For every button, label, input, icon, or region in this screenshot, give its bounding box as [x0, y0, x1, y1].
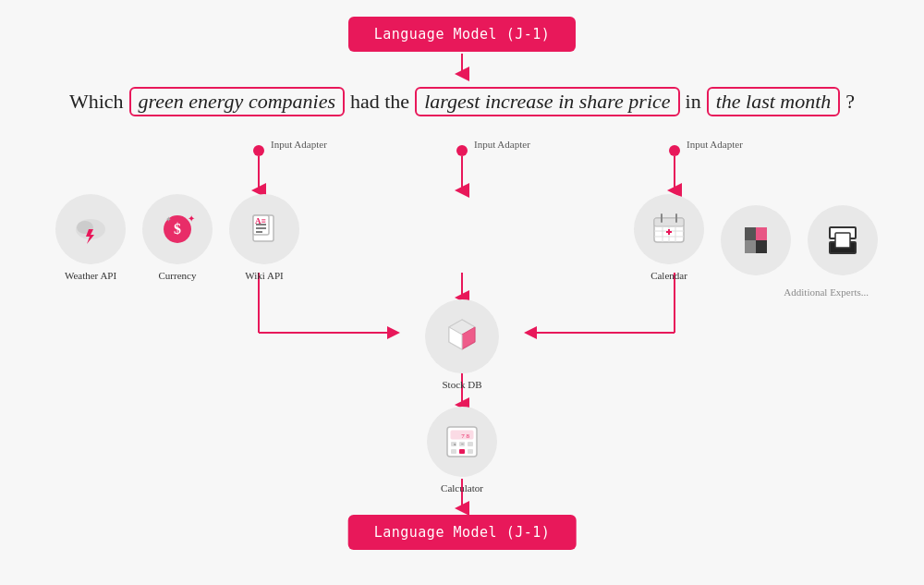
svg-text:$: $	[174, 221, 181, 237]
svg-rect-41	[451, 449, 456, 454]
calendar-group: Calendar	[634, 194, 704, 281]
stock-db-label: Stock DB	[442, 379, 481, 390]
stock-db-icon-group: Stock DB	[425, 299, 499, 390]
svg-text:=: =	[461, 442, 464, 446]
q-highlight3: the last month	[707, 87, 841, 116]
q-part1: Which	[69, 90, 124, 114]
svg-point-8	[669, 145, 680, 156]
wiki-api-icon: A≡	[229, 194, 299, 264]
currency-group: $ ✦ ✦ Currency	[142, 194, 213, 281]
weather-api-group: Weather API	[55, 194, 126, 281]
currency-label: Currency	[159, 270, 197, 281]
right-icon-group: Calendar	[634, 194, 878, 281]
svg-text:Input Adapter: Input Adapter	[474, 139, 530, 150]
q-part2: had the	[350, 90, 409, 114]
svg-text:Input Adapter: Input Adapter	[271, 139, 327, 150]
svg-rect-63	[835, 233, 850, 248]
q-part3: in	[686, 90, 701, 114]
svg-rect-40	[468, 442, 473, 446]
svg-text:Input Adapter: Input Adapter	[687, 139, 743, 150]
svg-rect-42	[459, 449, 465, 454]
calendar-label: Calendar	[650, 270, 687, 281]
wiki-api-group: A≡ Wiki API	[229, 194, 299, 281]
svg-rect-58	[756, 227, 767, 240]
calendar-icon	[634, 194, 704, 264]
q-highlight1: green energy companies	[129, 87, 345, 116]
weather-api-label: Weather API	[65, 270, 116, 281]
expert2-icon	[721, 205, 791, 275]
stock-db-group: Stock DB	[425, 299, 499, 390]
calculator-icon: 7 8 x =	[427, 407, 497, 477]
svg-rect-59	[745, 240, 756, 253]
calculator-icon-group: 7 8 x = Calculator	[427, 407, 497, 494]
svg-text:✦: ✦	[188, 213, 195, 224]
weather-api-icon	[55, 194, 126, 264]
calculator-group: 7 8 x = Calculator	[427, 407, 497, 494]
svg-rect-43	[468, 449, 473, 454]
expert3-group	[808, 205, 878, 281]
svg-rect-57	[745, 227, 756, 240]
svg-rect-47	[654, 218, 684, 226]
additional-experts-label: Additional Experts...	[784, 286, 869, 298]
svg-point-5	[456, 145, 468, 156]
q-part4: ?	[845, 90, 855, 114]
question-row: Which green energy companies had the lar…	[69, 87, 855, 116]
svg-text:7 8: 7 8	[461, 433, 469, 440]
wiki-api-label: Wiki API	[245, 270, 283, 281]
q-highlight2: largest increase in share price	[415, 87, 679, 116]
lm-button-bottom[interactable]: Language Model (J-1)	[348, 515, 577, 550]
expert3-icon	[808, 205, 878, 275]
stock-db-icon	[425, 299, 499, 373]
svg-text:✦: ✦	[165, 215, 172, 224]
diagram-container: Language Model (J-1) Which green energy …	[0, 0, 924, 585]
lm-button-top[interactable]: Language Model (J-1)	[348, 17, 577, 52]
svg-text:A≡: A≡	[255, 216, 266, 225]
left-icon-group: Weather API $ ✦ ✦ Currency	[55, 194, 299, 281]
calculator-label: Calculator	[441, 482, 483, 494]
currency-icon: $ ✦ ✦	[142, 194, 213, 264]
expert2-group	[721, 205, 791, 281]
svg-point-2	[253, 145, 264, 156]
svg-rect-60	[756, 240, 767, 253]
